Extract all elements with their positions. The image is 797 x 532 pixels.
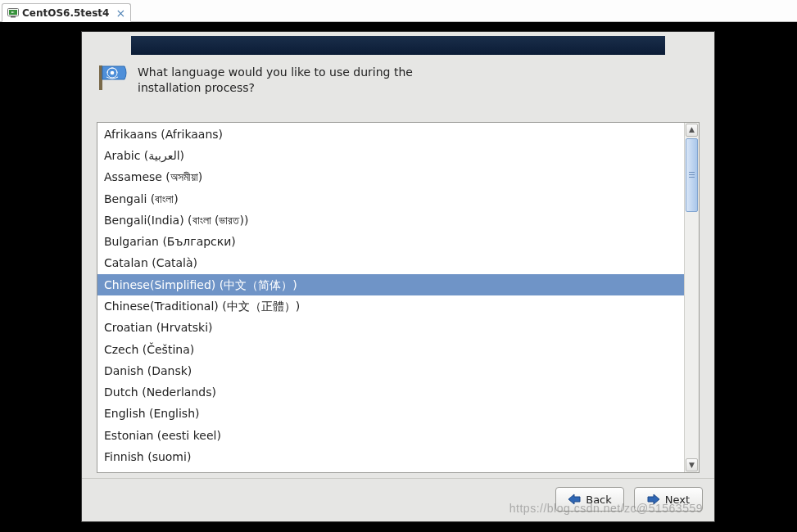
language-option[interactable]: Danish (Dansk) xyxy=(97,360,684,381)
chevron-up-icon: ▲ xyxy=(689,126,695,133)
tab-bar: CentOS6.5test4 × xyxy=(0,0,797,22)
language-option[interactable]: Bengali (বাংলা) xyxy=(97,188,684,210)
back-label: Back xyxy=(586,494,612,506)
close-icon[interactable]: × xyxy=(115,7,125,19)
language-option[interactable]: Assamese (অসমীয়া) xyxy=(97,166,684,187)
svg-rect-2 xyxy=(11,16,16,18)
svg-rect-4 xyxy=(99,65,102,90)
svg-point-6 xyxy=(111,71,115,75)
language-option[interactable]: Finnish (suomi) xyxy=(97,446,684,467)
vm-display: What language would you like to use duri… xyxy=(0,22,797,532)
language-option[interactable]: Estonian (eesti keel) xyxy=(97,425,684,446)
scroll-up-button[interactable]: ▲ xyxy=(686,124,698,137)
arrow-right-icon xyxy=(647,494,660,505)
language-option[interactable]: Dutch (Nederlands) xyxy=(97,381,684,403)
prompt-line-1: What language would you like to use duri… xyxy=(138,65,413,80)
language-option[interactable]: Czech (Čeština) xyxy=(97,339,684,360)
language-option[interactable]: Catalan (Català) xyxy=(97,252,684,273)
back-button[interactable]: Back xyxy=(555,487,624,512)
scroll-down-button[interactable]: ▼ xyxy=(686,458,698,471)
arrow-left-icon xyxy=(568,494,581,505)
language-option[interactable]: English (English) xyxy=(97,403,684,424)
language-option[interactable]: Croatian (Hrvatski) xyxy=(97,317,684,338)
prompt-text: What language would you like to use duri… xyxy=(138,63,413,96)
vm-console-icon xyxy=(7,7,19,19)
language-list-container: Afrikaans (Afrikaans)Arabic (العربية)Ass… xyxy=(97,122,700,473)
language-option[interactable]: Afrikaans (Afrikaans) xyxy=(97,124,684,145)
button-row: Back Next xyxy=(82,478,714,521)
un-flag-icon xyxy=(97,63,129,92)
scrollbar[interactable]: ▲ ▼ xyxy=(684,123,699,472)
tab-title: CentOS6.5test4 xyxy=(22,7,109,19)
chevron-down-icon: ▼ xyxy=(689,462,695,469)
language-option[interactable]: Bulgarian (Български) xyxy=(97,231,684,252)
installer-window: What language would you like to use duri… xyxy=(81,31,715,522)
svg-marker-7 xyxy=(568,494,580,504)
language-option[interactable]: Bengali(India) (বাংলা (ভারত)) xyxy=(97,210,684,231)
svg-marker-8 xyxy=(648,494,659,504)
vm-tab[interactable]: CentOS6.5test4 × xyxy=(2,3,131,22)
installer-header-bar xyxy=(131,36,665,55)
language-option[interactable]: Chinese(Simplified) (中文（简体）) xyxy=(97,274,684,295)
language-option[interactable]: French (Français) xyxy=(97,467,684,472)
next-button[interactable]: Next xyxy=(634,487,703,512)
prompt-row: What language would you like to use duri… xyxy=(82,63,714,104)
scroll-thumb[interactable] xyxy=(686,138,698,212)
language-option[interactable]: Arabic (العربية) xyxy=(97,145,684,166)
language-list[interactable]: Afrikaans (Afrikaans)Arabic (العربية)Ass… xyxy=(97,123,684,472)
prompt-line-2: installation process? xyxy=(138,80,413,96)
language-option[interactable]: Chinese(Traditional) (中文（正體）) xyxy=(97,295,684,317)
next-label: Next xyxy=(665,494,690,506)
